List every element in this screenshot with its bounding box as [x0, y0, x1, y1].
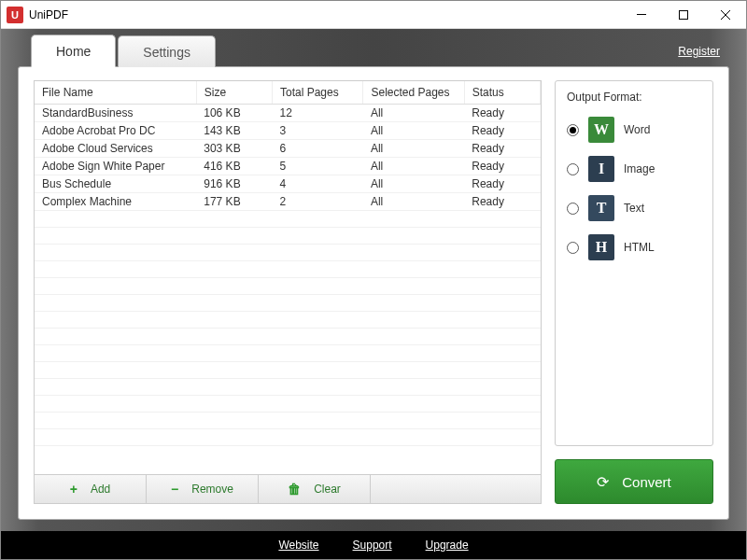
table-row[interactable]: StandardBusiness106 KB12AllReady [35, 105, 541, 122]
cell-size: 177 KB [196, 193, 272, 211]
plus-icon: + [70, 482, 78, 497]
image-icon: I [588, 156, 614, 182]
cell-pages: 12 [272, 105, 362, 122]
radio-word[interactable] [567, 124, 579, 136]
app-body: Home Settings Register File Name Size To… [1, 29, 746, 559]
table-row[interactable]: Complex Machine177 KB2AllReady [35, 193, 541, 211]
file-table: File Name Size Total Pages Selected Page… [35, 81, 541, 474]
empty-row [35, 362, 541, 379]
cell-size: 303 KB [196, 140, 272, 158]
cell-selected: All [363, 158, 464, 175]
tab-settings[interactable]: Settings [118, 35, 216, 67]
col-size[interactable]: Size [196, 81, 272, 105]
image-label: Image [624, 162, 655, 175]
cell-name: Bus Schedule [35, 175, 196, 193]
radio-html[interactable] [567, 242, 579, 254]
html-label: HTML [624, 241, 655, 254]
cell-name: Adobe Acrobat Pro DC [35, 122, 196, 140]
close-button[interactable] [704, 1, 746, 28]
empty-row [35, 228, 541, 245]
convert-label: Convert [622, 474, 671, 490]
col-selectedpages[interactable]: Selected Pages [363, 81, 464, 105]
support-link[interactable]: Support [353, 539, 392, 552]
table-header-row: File Name Size Total Pages Selected Page… [35, 81, 541, 105]
cell-size: 106 KB [196, 105, 272, 122]
cell-pages: 2 [272, 193, 362, 211]
radio-image[interactable] [567, 163, 579, 175]
cell-size: 916 KB [196, 175, 272, 193]
window-controls [620, 1, 746, 28]
col-totalpages[interactable]: Total Pages [272, 81, 362, 105]
register-link[interactable]: Register [678, 45, 720, 58]
cell-size: 416 KB [196, 158, 272, 175]
cell-selected: All [363, 122, 464, 140]
format-option-image[interactable]: I Image [567, 156, 701, 182]
format-option-text[interactable]: T Text [567, 195, 701, 221]
output-format-title: Output Format: [567, 91, 701, 104]
empty-row [35, 379, 541, 396]
cell-selected: All [363, 175, 464, 193]
table-row[interactable]: Adobe Sign White Paper416 KB5AllReady [35, 158, 541, 175]
empty-row [35, 429, 541, 446]
table-row[interactable]: Bus Schedule916 KB4AllReady [35, 175, 541, 193]
col-filename[interactable]: File Name [35, 81, 196, 105]
app-icon: U [7, 7, 23, 23]
format-option-html[interactable]: H HTML [567, 234, 701, 260]
empty-row [35, 312, 541, 329]
table-row[interactable]: Adobe Cloud Services303 KB6AllReady [35, 140, 541, 158]
cell-name: StandardBusiness [35, 105, 196, 122]
cell-pages: 4 [272, 175, 362, 193]
website-link[interactable]: Website [278, 539, 318, 552]
footer: Website Support Upgrade [1, 531, 746, 559]
cell-size: 143 KB [196, 122, 272, 140]
convert-button[interactable]: ⟳ Convert [555, 459, 713, 504]
right-column: Output Format: W Word I Image T Te [555, 80, 713, 504]
output-format-panel: Output Format: W Word I Image T Te [555, 80, 713, 446]
svg-rect-0 [637, 14, 646, 15]
remove-button[interactable]: − Remove [147, 475, 259, 503]
cell-pages: 3 [272, 122, 362, 140]
clear-label: Clear [314, 483, 341, 496]
cell-name: Adobe Sign White Paper [35, 158, 196, 175]
cell-status: Ready [464, 193, 540, 211]
word-label: Word [624, 123, 650, 136]
empty-row [35, 345, 541, 362]
html-icon: H [588, 234, 614, 260]
cell-pages: 5 [272, 158, 362, 175]
tab-home[interactable]: Home [31, 35, 116, 67]
add-label: Add [91, 483, 110, 496]
radio-text[interactable] [567, 203, 579, 215]
titlebar: U UniPDF [1, 1, 746, 29]
format-option-word[interactable]: W Word [567, 117, 701, 143]
upgrade-link[interactable]: Upgrade [426, 539, 469, 552]
action-bar: + Add − Remove 🗑 Clear [35, 474, 541, 503]
clear-button[interactable]: 🗑 Clear [259, 475, 371, 503]
tab-bar: Home Settings Register [1, 29, 746, 66]
empty-row [35, 261, 541, 278]
remove-label: Remove [191, 483, 233, 496]
svg-rect-1 [679, 10, 687, 19]
table-row[interactable]: Adobe Acrobat Pro DC143 KB3AllReady [35, 122, 541, 140]
word-icon: W [588, 117, 614, 143]
empty-row [35, 295, 541, 312]
empty-row [35, 211, 541, 228]
maximize-button[interactable] [662, 1, 704, 28]
col-status[interactable]: Status [464, 81, 540, 105]
cell-status: Ready [464, 175, 540, 193]
refresh-icon: ⟳ [597, 473, 609, 491]
empty-row [35, 245, 541, 261]
cell-status: Ready [464, 140, 540, 158]
empty-row [35, 278, 541, 295]
empty-row [35, 396, 541, 413]
cell-name: Complex Machine [35, 193, 196, 211]
cell-selected: All [363, 193, 464, 211]
empty-row [35, 329, 541, 345]
cell-status: Ready [464, 158, 540, 175]
text-label: Text [624, 202, 644, 215]
cell-name: Adobe Cloud Services [35, 140, 196, 158]
cell-pages: 6 [272, 140, 362, 158]
cell-status: Ready [464, 105, 540, 122]
add-button[interactable]: + Add [35, 475, 147, 503]
main-panel: File Name Size Total Pages Selected Page… [18, 66, 729, 520]
minimize-button[interactable] [620, 1, 662, 28]
